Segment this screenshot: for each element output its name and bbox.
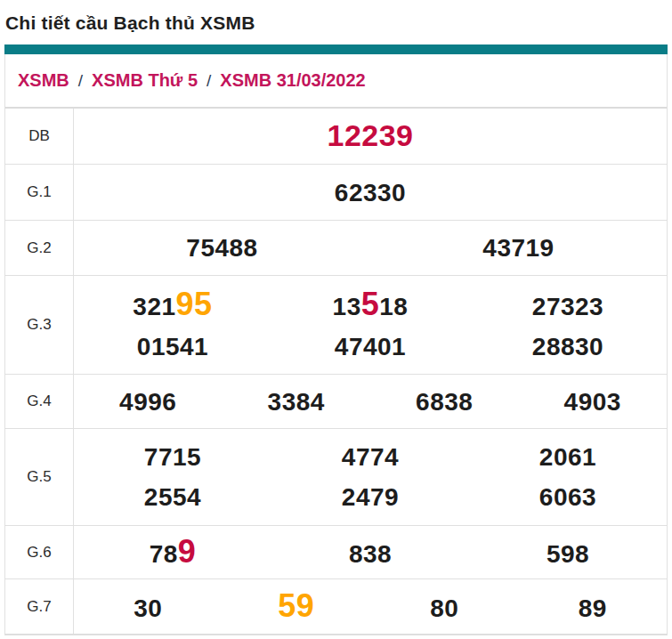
row-values-cell: 30598089 [74, 579, 667, 634]
digits: 2061 [539, 443, 596, 471]
prize-value: 4774 [271, 437, 469, 477]
digits: 89 [579, 595, 607, 622]
highlighted-digits: 9 [178, 533, 197, 570]
table-row-g1: G.162330 [5, 165, 667, 221]
highlighted-digits: 12239 [327, 118, 413, 152]
digits: 43719 [482, 234, 554, 262]
prize-value: 59 [223, 586, 371, 628]
prize-value: 89 [519, 588, 668, 628]
prize-line: 015414740128830 [74, 327, 667, 367]
row-label: G.3 [5, 276, 74, 374]
prize-value: 789 [74, 531, 271, 574]
row-values-cell: 4996338468384903 [74, 375, 667, 428]
table-row-g5: G.5771547742061255424796063 [5, 429, 667, 526]
breadcrumb-separator: / [78, 71, 83, 91]
prize-value: 12239 [74, 116, 667, 158]
digits: 838 [349, 540, 392, 568]
panel-body: XSMB/XSMB Thứ 5/XSMB 31/03/2022 DB12239G… [4, 54, 668, 635]
results-table: DB12239G.162330G.27548843719G.3321951351… [5, 109, 667, 635]
row-values-cell: 321951351827323015414740128830 [74, 276, 667, 374]
highlighted-digits: 95 [176, 286, 213, 322]
results-panel: XSMB/XSMB Thứ 5/XSMB 31/03/2022 DB12239G… [4, 44, 668, 635]
digits: 30 [134, 595, 162, 622]
row-label: G.4 [5, 375, 74, 428]
prize-value: 6063 [469, 477, 667, 517]
table-row-g7: G.730598089 [5, 579, 667, 635]
teal-accent-bar [4, 44, 668, 54]
prize-value: 3384 [223, 382, 371, 422]
prize-value: 62330 [74, 173, 667, 213]
prize-value: 2479 [271, 477, 469, 517]
prize-line: 771547742061 [74, 437, 667, 477]
breadcrumb-separator: / [206, 71, 211, 91]
table-row-g2: G.27548843719 [5, 221, 667, 276]
digits: 78 [150, 540, 178, 568]
digits: 62330 [335, 179, 406, 206]
prize-value: 43719 [370, 228, 667, 268]
prize-value: 28830 [469, 327, 667, 367]
prize-value: 47401 [271, 327, 469, 367]
page: Chi tiết cầu Bạch thủ XSMB XSMB/XSMB Thứ… [0, 0, 672, 635]
prize-value: 4996 [74, 382, 223, 422]
prize-value: 75488 [74, 228, 370, 268]
row-values-cell: 62330 [74, 165, 667, 220]
digits: 321 [133, 293, 175, 320]
digits: 6838 [416, 388, 473, 416]
digits: 2479 [342, 483, 399, 511]
table-row-g3: G.3321951351827323015414740128830 [5, 276, 667, 375]
prize-value: 6838 [370, 382, 519, 422]
breadcrumb-link-0[interactable]: XSMB [18, 70, 69, 91]
prize-value: 838 [271, 534, 469, 574]
prize-line: 789838598 [74, 531, 667, 574]
prize-value: 4903 [519, 382, 668, 422]
row-label: G.1 [5, 165, 74, 220]
digits: 28830 [532, 333, 603, 360]
digits: 4774 [342, 443, 399, 471]
prize-value: 30 [74, 588, 223, 628]
breadcrumb-link-2[interactable]: XSMB 31/03/2022 [220, 70, 365, 91]
digits: 75488 [186, 234, 257, 262]
prize-line: 7548843719 [74, 228, 667, 268]
digits: 2554 [144, 483, 201, 511]
digits: 80 [430, 595, 458, 622]
table-row-g6: G.6789838598 [5, 526, 667, 579]
digits: 6063 [539, 483, 596, 511]
highlighted-digits: 59 [278, 587, 314, 624]
breadcrumb: XSMB/XSMB Thứ 5/XSMB 31/03/2022 [5, 54, 667, 109]
row-values-cell: 7548843719 [74, 221, 667, 275]
prize-value: 27323 [469, 287, 667, 327]
digits: 4996 [119, 388, 176, 416]
prize-line: 255424796063 [74, 477, 667, 517]
digits: 01541 [137, 333, 208, 360]
prize-line: 30598089 [74, 586, 667, 628]
digits: 598 [547, 540, 589, 568]
table-row-g4: G.44996338468384903 [5, 375, 667, 429]
row-values-cell: 789838598 [74, 526, 667, 578]
row-label: DB [5, 109, 74, 164]
row-label: G.2 [5, 221, 74, 275]
prize-value: 80 [370, 588, 519, 628]
row-label: G.6 [5, 526, 74, 578]
row-label: G.5 [5, 429, 74, 525]
row-values-cell: 771547742061255424796063 [74, 429, 667, 525]
table-row-db: DB12239 [5, 109, 667, 165]
digits: 47401 [335, 333, 406, 360]
prize-value: 01541 [74, 327, 271, 367]
prize-line: 62330 [74, 173, 667, 213]
prize-value: 32195 [74, 284, 271, 327]
prize-value: 2061 [469, 437, 667, 477]
row-values-cell: 12239 [74, 109, 667, 164]
prize-line: 12239 [74, 116, 667, 158]
digits: 7715 [144, 443, 201, 471]
digits: 18 [379, 293, 408, 320]
digits: 13 [333, 293, 361, 320]
prize-line: 321951351827323 [74, 284, 667, 327]
prize-line: 4996338468384903 [74, 382, 667, 422]
digits: 27323 [532, 293, 603, 320]
row-label: G.7 [5, 579, 74, 634]
prize-value: 7715 [74, 437, 271, 477]
breadcrumb-link-1[interactable]: XSMB Thứ 5 [92, 70, 198, 91]
prize-value: 2554 [74, 477, 271, 517]
prize-value: 13518 [271, 284, 469, 327]
prize-value: 598 [469, 534, 667, 574]
